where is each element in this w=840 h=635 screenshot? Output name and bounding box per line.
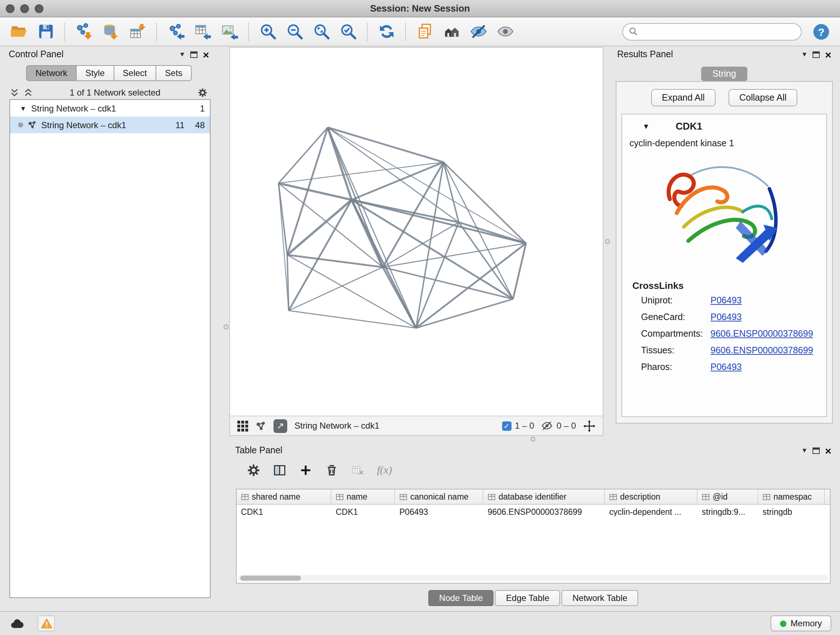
column-header[interactable]: shared name	[237, 489, 332, 504]
network-edge[interactable]	[352, 200, 526, 243]
save-session-button[interactable]	[34, 20, 57, 43]
network-edge[interactable]	[416, 299, 513, 328]
network-edge[interactable]	[287, 127, 328, 255]
tab-string[interactable]: String	[701, 67, 747, 81]
crosslink-value-link[interactable]: P06493	[711, 295, 742, 306]
import-table-button[interactable]	[126, 20, 149, 43]
gear-icon[interactable]	[197, 88, 208, 98]
eye-hide-icon	[469, 22, 487, 41]
memory-button[interactable]: Memory	[770, 616, 831, 631]
horizontal-scrollbar[interactable]	[238, 575, 829, 581]
zoom-out-button[interactable]	[283, 20, 306, 43]
import-database-button[interactable]	[99, 20, 122, 43]
close-panel-icon[interactable]: ×	[825, 49, 831, 60]
collapse-all-icon[interactable]	[10, 88, 19, 97]
birdseye-icon[interactable]	[237, 420, 248, 431]
tab-edge-table[interactable]: Edge Table	[495, 590, 561, 606]
scrollbar-thumb[interactable]	[240, 576, 301, 581]
network-edge[interactable]	[287, 255, 289, 310]
pan-crosshair-icon[interactable]	[583, 420, 595, 432]
zoom-selected-button[interactable]	[336, 20, 360, 43]
zoom-in-button[interactable]	[256, 20, 279, 43]
float-panel-icon[interactable]	[813, 51, 820, 57]
crosslink-row: Uniprot:P06493	[641, 295, 826, 306]
splitter-handle[interactable]	[531, 437, 535, 442]
column-header[interactable]: database identifier	[483, 489, 605, 504]
network-edge[interactable]	[328, 127, 444, 162]
network-edge[interactable]	[328, 127, 416, 328]
network-collection-row[interactable]: ▼ String Network – cdk1 1	[10, 100, 210, 117]
panel-menu-icon[interactable]: ▼	[179, 51, 186, 58]
cloud-icon	[9, 617, 25, 630]
column-header[interactable]: description	[605, 489, 698, 504]
tab-node-table[interactable]: Node Table	[428, 590, 494, 606]
hide-selected-button[interactable]	[467, 20, 490, 43]
close-panel-icon[interactable]: ×	[825, 445, 831, 456]
open-in-browser-button[interactable]: ↗	[273, 419, 287, 432]
import-network-button[interactable]	[73, 20, 95, 43]
table-row[interactable]: CDK1CDK1P064939606.ENSP00000378699cyclin…	[237, 505, 830, 519]
eye-icon	[496, 22, 514, 41]
tab-select[interactable]: Select	[113, 65, 156, 81]
crosslink-value-link[interactable]: P06493	[711, 362, 742, 372]
splitter-handle[interactable]	[605, 239, 610, 244]
cloud-status-button[interactable]	[9, 616, 26, 631]
expand-all-icon[interactable]	[24, 88, 33, 97]
tab-network[interactable]: Network	[26, 65, 77, 81]
home-networks-button[interactable]	[440, 20, 463, 43]
panel-menu-icon[interactable]: ▼	[801, 447, 808, 454]
columns-icon[interactable]	[273, 463, 286, 477]
float-panel-icon[interactable]	[190, 51, 197, 57]
gear-icon[interactable]	[247, 463, 261, 477]
crosslink-value-link[interactable]: 9606.ENSP00000378699	[711, 345, 813, 356]
refresh-button[interactable]	[375, 20, 398, 43]
collapse-section-icon[interactable]: ▼	[643, 122, 650, 130]
control-panel: Control Panel ▼ × NetworkStyleSelectSets…	[3, 46, 215, 601]
network-row-selected[interactable]: String Network – cdk1 11 48	[10, 117, 210, 133]
duplicate-documents-button[interactable]	[413, 20, 436, 43]
selected-checkbox-icon[interactable]: ✓	[502, 421, 511, 431]
search-input[interactable]	[642, 27, 795, 36]
tab-sets[interactable]: Sets	[156, 65, 192, 81]
table-cell: CDK1	[237, 508, 332, 516]
close-panel-icon[interactable]: ×	[202, 49, 209, 60]
tab-network-table[interactable]: Network Table	[562, 590, 638, 606]
documents-icon	[416, 22, 434, 41]
column-header[interactable]: canonical name	[395, 489, 483, 504]
network-edge[interactable]	[279, 183, 289, 310]
network-edge[interactable]	[279, 127, 328, 183]
network-edge[interactable]	[279, 183, 287, 255]
column-header[interactable]: @id	[698, 489, 758, 504]
network-edge[interactable]	[289, 310, 416, 328]
column-header[interactable]: name	[332, 489, 395, 504]
network-edge[interactable]	[289, 267, 383, 310]
warnings-button[interactable]	[38, 616, 55, 631]
zoom-fit-button[interactable]	[309, 20, 333, 43]
crosslink-value-link[interactable]: P06493	[711, 312, 742, 322]
network-edge[interactable]	[328, 127, 526, 243]
help-button[interactable]: ?	[811, 21, 831, 42]
show-all-button[interactable]	[493, 20, 516, 43]
export-image-button[interactable]	[218, 20, 241, 43]
crosslink-value-link[interactable]: 9606.ENSP00000378699	[711, 329, 813, 339]
export-table-button[interactable]	[191, 20, 214, 43]
network-overview-icon[interactable]	[256, 420, 266, 431]
column-header[interactable]: namespac	[758, 489, 825, 504]
splitter-handle[interactable]	[224, 325, 229, 329]
export-network-button[interactable]	[164, 20, 187, 43]
network-edge[interactable]	[287, 255, 383, 267]
function-builder-button[interactable]: f(x)	[377, 464, 392, 476]
collapse-icon[interactable]: ▼	[19, 105, 27, 112]
memory-label: Memory	[790, 618, 822, 629]
open-session-button[interactable]	[7, 20, 30, 43]
collapse-all-button[interactable]: Collapse All	[729, 89, 798, 106]
network-view-title: String Network – cdk1	[294, 421, 379, 431]
float-panel-icon[interactable]	[813, 447, 820, 454]
expand-all-button[interactable]: Expand All	[651, 89, 715, 106]
add-column-icon[interactable]	[299, 463, 313, 477]
tab-style[interactable]: Style	[76, 65, 114, 81]
toolbar-separator	[65, 22, 65, 41]
panel-menu-icon[interactable]: ▼	[801, 51, 808, 58]
delete-trash-icon[interactable]	[325, 463, 339, 477]
network-graph[interactable]	[230, 48, 603, 416]
